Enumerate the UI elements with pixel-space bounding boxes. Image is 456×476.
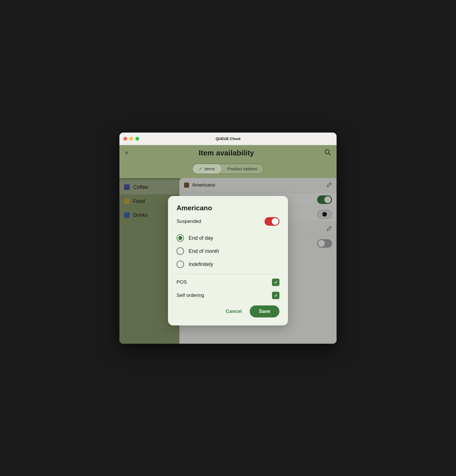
- search-icon[interactable]: [325, 149, 331, 157]
- tab-product-options[interactable]: Product options: [221, 164, 263, 174]
- save-button[interactable]: Save: [250, 305, 279, 317]
- close-button[interactable]: [123, 137, 127, 141]
- cancel-button[interactable]: Cancel: [222, 305, 246, 317]
- modal-footer: Cancel Save: [177, 305, 279, 317]
- suspended-label: Suspended: [177, 219, 201, 224]
- self-ordering-checkbox[interactable]: [272, 292, 279, 299]
- tab-items[interactable]: ✓ Items: [193, 164, 221, 174]
- self-ordering-label: Self ordering: [177, 293, 204, 298]
- window-controls: [123, 137, 139, 141]
- radio-indefinitely: [177, 261, 184, 268]
- app-header: ≡ Item availability: [119, 145, 337, 161]
- radio-end-of-month: [177, 247, 184, 255]
- pos-checkbox[interactable]: [272, 279, 279, 286]
- self-ordering-row: Self ordering: [177, 292, 279, 299]
- main-content: Coffee Food Drinks Americano: [119, 178, 337, 344]
- modal-overlay: Americano Suspended End of day End of mo…: [119, 178, 337, 344]
- option-end-of-day[interactable]: End of day: [177, 231, 279, 245]
- end-of-month-label: End of month: [189, 248, 219, 254]
- tab-bar: ✓ Items Product options: [119, 161, 337, 178]
- pos-label: POS: [177, 279, 187, 285]
- tab-items-label: Items: [204, 166, 215, 171]
- end-of-day-label: End of day: [189, 235, 213, 241]
- option-indefinitely[interactable]: Indefinitely: [177, 258, 279, 271]
- minimize-button[interactable]: [129, 137, 133, 141]
- check-icon: ✓: [199, 166, 203, 171]
- app-window: QUEUE Cloud ≡ Item availability ✓ Items …: [119, 133, 337, 344]
- menu-icon[interactable]: ≡: [125, 150, 128, 156]
- maximize-button[interactable]: [135, 137, 139, 141]
- option-end-of-month[interactable]: End of month: [177, 245, 279, 258]
- modal-title: Americano: [177, 204, 279, 212]
- modal-divider: [177, 274, 279, 274]
- tab-product-options-label: Product options: [227, 166, 257, 171]
- titlebar: QUEUE Cloud: [119, 133, 337, 145]
- modal-dialog: Americano Suspended End of day End of mo…: [168, 196, 288, 325]
- indefinitely-label: Indefinitely: [189, 261, 213, 267]
- radio-end-of-day: [177, 234, 184, 242]
- suspended-row: Suspended: [177, 217, 279, 226]
- tab-group: ✓ Items Product options: [192, 164, 264, 174]
- pos-row: POS: [177, 279, 279, 286]
- suspended-toggle-knob: [272, 218, 279, 225]
- page-title: Item availability: [199, 149, 254, 157]
- svg-line-1: [329, 153, 331, 155]
- suspended-toggle[interactable]: [265, 217, 279, 226]
- window-title: QUEUE Cloud: [216, 137, 241, 141]
